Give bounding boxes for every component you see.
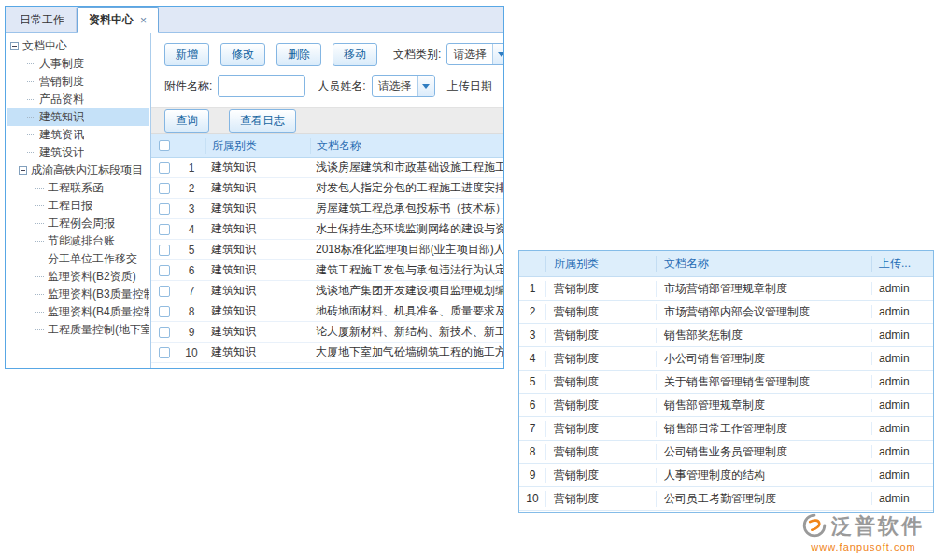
row-checkbox[interactable] [159, 224, 170, 235]
table-row[interactable]: 10营销制度公司员工考勤管理制度admin [519, 487, 933, 511]
row-seq: 10 [519, 492, 545, 505]
column-header-category[interactable]: 所属别类 [205, 138, 310, 154]
attachment-name-input[interactable] [218, 75, 305, 97]
row-seq: 9 [177, 326, 205, 339]
brand-url: www.fanpusoft.com [802, 541, 925, 553]
row-category: 建筑知识 [205, 324, 310, 340]
row-category: 营销制度 [545, 398, 656, 413]
row-uploader: admin [871, 375, 933, 388]
row-name: 公司员工考勤管理制度 [656, 491, 871, 507]
row-name: 2018标准化监理项目部(业主项目部)人员... [310, 242, 503, 258]
table-row[interactable]: 2营销制度市场营销部内部会议管理制度admin [519, 301, 933, 324]
table-row[interactable]: 8营销制度公司销售业务员管理制度admin [519, 441, 933, 464]
table-row[interactable]: 9建筑知识论大厦新材料、新结构、新技术、新工... [151, 322, 503, 343]
row-checkbox[interactable] [159, 183, 170, 194]
table-row[interactable]: 5建筑知识2018标准化监理项目部(业主项目部)人员... [151, 240, 503, 260]
person-select[interactable]: 请选择 [372, 75, 435, 97]
column-header-category[interactable]: 所属别类 [545, 256, 656, 272]
tree-item-gongzuoyijiao[interactable]: 分工单位工作移交 [7, 250, 149, 268]
doc-category-select[interactable]: 请选择 [446, 43, 503, 65]
tree-node-doc-center[interactable]: 文档中心 [7, 37, 149, 55]
query-button[interactable]: 查询 [164, 109, 209, 133]
table-row[interactable]: 7建筑知识浅谈地产集团开发建设项目监理规划编... [151, 281, 503, 301]
table-row[interactable]: 7营销制度销售部日常工作管理制度admin [519, 417, 933, 441]
row-checkbox[interactable] [159, 286, 170, 297]
checkbox-cell [151, 347, 177, 358]
tree-node-label: 文档中心 [22, 38, 67, 54]
row-seq: 2 [177, 182, 205, 195]
table-row[interactable]: 10建筑知识大厦地下室加气砼墙砌筑工程的施工方... [151, 343, 503, 363]
tree-item-jianli-b3[interactable]: 监理资料(B3质量控制) [7, 286, 149, 303]
close-icon[interactable]: × [140, 15, 147, 26]
tree-item-yingxiaozhidu[interactable]: 营销制度 [7, 73, 149, 91]
table-row[interactable]: 3建筑知识房屋建筑工程总承包投标书（技术标）... [151, 199, 503, 219]
row-category: 建筑知识 [205, 180, 310, 196]
column-header-name[interactable]: 文档名称 [310, 138, 503, 154]
tree-item-label: 人事制度 [39, 56, 84, 72]
toolbar-row-2: 附件名称: 人员姓名: 请选择 上传日期 [151, 74, 503, 98]
add-button[interactable]: 新增 [164, 43, 209, 66]
tree-item-chanpinziliao[interactable]: 产品资料 [7, 91, 149, 108]
marketing-docs-table: 所属别类 文档名称 上传... 1营销制度市场营销部管理规章制度admin 2营… [518, 250, 934, 513]
table-row[interactable]: 2建筑知识对发包人指定分包的工程施工进度安排... [151, 178, 503, 199]
row-seq: 1 [177, 161, 205, 175]
tree-node-project[interactable]: 成渝高铁内江标段项目 [7, 161, 149, 179]
table-row[interactable]: 4营销制度小公司销售管理制度admin [519, 347, 933, 371]
table-row[interactable]: 6营销制度销售部管理规章制度admin [519, 394, 933, 417]
tree-item-jianli-b4[interactable]: 监理资料(B4质量控制) [7, 303, 149, 321]
delete-button[interactable]: 删除 [276, 43, 321, 66]
row-checkbox[interactable] [159, 203, 170, 215]
tree-item-gongchengribao[interactable]: 工程日报 [7, 197, 149, 215]
row-checkbox[interactable] [159, 347, 170, 358]
tree-item-jianzhuzhishi-selected[interactable]: 建筑知识 [7, 108, 149, 126]
dropdown-button[interactable] [417, 76, 434, 96]
tab-data-center[interactable]: 资料中心 × [77, 7, 159, 33]
row-seq: 2 [519, 305, 545, 318]
collapse-icon[interactable] [19, 166, 27, 175]
upload-date-label: 上传日期 [447, 78, 492, 94]
tree-item-jianzhusheji[interactable]: 建筑设计 [7, 144, 149, 161]
table-row[interactable]: 4建筑知识水土保持生态环境监测网络的建设与资... [151, 219, 503, 240]
row-checkbox[interactable] [159, 327, 170, 338]
tree-item-lihuizhoubao[interactable]: 工程例会周报 [7, 215, 149, 232]
row-checkbox[interactable] [159, 306, 170, 317]
tree-item-jianzhuzixun[interactable]: 建筑资讯 [7, 126, 149, 144]
row-category: 营销制度 [545, 328, 656, 343]
row-category: 建筑知识 [205, 262, 310, 278]
view-log-button[interactable]: 查看日志 [229, 109, 296, 133]
modify-button[interactable]: 修改 [220, 43, 265, 66]
select-value: 请选择 [447, 47, 492, 63]
tree-item-jienengjianpai[interactable]: 节能减排台账 [7, 232, 149, 250]
collapse-icon[interactable] [10, 42, 19, 50]
row-category: 建筑知识 [205, 242, 310, 258]
tree-item-renshizhidu[interactable]: 人事制度 [7, 55, 149, 73]
table-row[interactable]: 1营销制度市场营销部管理规章制度admin [519, 277, 933, 301]
desktop: 日常工作 资料中心 × 文档中心 人事制度 营销制度 产品资料 建筑知识 建筑资… [0, 0, 934, 560]
tree-item-label: 监理资料(B3质量控制) [48, 287, 149, 302]
row-checkbox[interactable] [159, 245, 170, 256]
row-checkbox[interactable] [159, 162, 170, 174]
move-button[interactable]: 移动 [333, 43, 377, 66]
dropdown-button[interactable] [492, 44, 503, 64]
tree-item-zhiliangkongzhi-dixiashi[interactable]: 工程质量控制(地下室) [7, 321, 149, 339]
row-name: 销售部管理规章制度 [656, 398, 871, 413]
table-row[interactable]: 8建筑知识地砖地面材料、机具准备、质量要求及... [151, 301, 503, 322]
tab-daily-work[interactable]: 日常工作 [8, 8, 77, 32]
column-header-uploader[interactable]: 上传... [871, 256, 933, 272]
tree-item-jianli-b2[interactable]: 监理资料(B2资质) [7, 268, 149, 286]
tree-item-label: 工程质量控制(地下室) [48, 322, 149, 338]
tree-branch-icon [35, 241, 44, 242]
tree-item-gongchenglianxihan[interactable]: 工程联系函 [7, 179, 149, 197]
column-header-name[interactable]: 文档名称 [656, 256, 871, 272]
select-all-checkbox[interactable] [159, 140, 170, 151]
table-row[interactable]: 5营销制度关于销售部管理销售管理制度admin [519, 371, 933, 394]
table-row[interactable]: 6建筑知识建筑工程施工发包与承包违法行为认定... [151, 260, 503, 281]
tree-branch-icon [27, 117, 35, 118]
row-checkbox[interactable] [159, 265, 170, 276]
table-row[interactable]: 1建筑知识浅谈房屋建筑和市政基础设施工程施工... [151, 158, 503, 178]
table-row[interactable]: 9营销制度人事管理制度的结构admin [519, 464, 933, 487]
row-name: 人事管理制度的结构 [656, 468, 871, 483]
tree-branch-icon [35, 223, 44, 224]
row-uploader: admin [871, 422, 933, 435]
table-row[interactable]: 3营销制度销售部奖惩制度admin [519, 324, 933, 347]
